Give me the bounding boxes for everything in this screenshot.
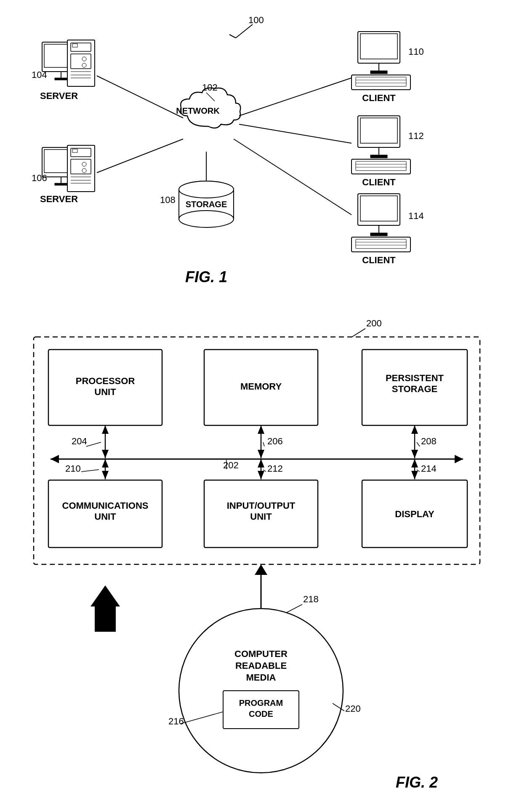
svg-text:216: 216 [168,716,184,727]
svg-text:CODE: CODE [249,709,273,719]
svg-point-31 [82,168,86,173]
svg-text:220: 220 [345,703,361,714]
svg-line-21 [97,76,183,118]
svg-rect-68 [370,233,387,236]
svg-text:UNIT: UNIT [250,511,272,522]
svg-point-40 [179,211,234,227]
svg-text:102: 102 [202,82,218,93]
svg-text:CLIENT: CLIENT [362,255,396,265]
svg-rect-50 [356,77,406,86]
svg-rect-66 [360,196,397,221]
svg-line-76 [239,124,352,143]
svg-text:218: 218 [303,594,319,604]
svg-text:PROCESSOR: PROCESSOR [76,376,135,386]
svg-text:NETWORK: NETWORK [176,106,220,115]
svg-text:208: 208 [421,436,437,446]
svg-text:108: 108 [160,195,176,205]
svg-text:MEMORY: MEMORY [240,381,282,392]
svg-text:FIG. 2: FIG. 2 [396,774,438,791]
svg-rect-48 [370,71,387,74]
svg-line-37 [97,139,183,173]
svg-point-14 [82,57,86,61]
svg-text:UNIT: UNIT [94,387,116,397]
svg-text:104: 104 [32,69,47,80]
svg-rect-60 [356,161,406,171]
svg-text:202: 202 [223,460,239,470]
svg-text:SERVER: SERVER [40,91,78,101]
svg-line-77 [234,139,352,215]
svg-rect-70 [356,239,406,248]
svg-text:114: 114 [408,211,424,221]
svg-text:PROGRAM: PROGRAM [239,698,283,708]
svg-text:READABLE: READABLE [235,660,287,671]
svg-text:COMPUTER: COMPUTER [234,649,288,659]
svg-rect-13 [72,44,77,47]
svg-marker-149 [255,564,267,575]
svg-text:PERSISTENT: PERSISTENT [386,373,444,383]
svg-rect-28 [71,159,91,174]
svg-text:206: 206 [267,436,283,446]
svg-point-30 [82,162,86,166]
svg-text:110: 110 [408,46,424,57]
svg-text:106: 106 [32,173,47,183]
svg-text:INPUT/OUTPUT: INPUT/OUTPUT [227,500,296,511]
svg-text:SERVER: SERVER [40,194,78,204]
svg-rect-29 [72,149,77,152]
svg-text:UNIT: UNIT [94,511,116,522]
svg-rect-9 [55,78,67,80]
svg-rect-58 [370,155,387,158]
svg-rect-25 [55,183,67,185]
svg-text:210: 210 [65,463,81,474]
svg-point-15 [82,63,86,67]
svg-text:COMMUNICATIONS: COMMUNICATIONS [62,500,149,511]
svg-text:DISPLAY: DISPLAY [395,509,434,519]
svg-text:214: 214 [421,463,437,474]
fig2-diagram: 200 202 PROCESSOR UNIT 204 MEMORY 20 [0,303,522,800]
svg-text:CLIENT: CLIENT [362,93,396,103]
svg-text:204: 204 [72,436,87,446]
svg-text:STORAGE: STORAGE [186,200,227,209]
svg-text:CLIENT: CLIENT [362,177,396,187]
svg-rect-134 [95,606,116,632]
svg-rect-56 [360,118,397,143]
svg-line-75 [239,78,352,116]
svg-text:MEDIA: MEDIA [246,672,276,683]
svg-rect-46 [360,34,397,59]
svg-line-2 [229,35,236,38]
svg-rect-12 [71,54,91,69]
svg-line-1 [236,24,253,38]
svg-text:212: 212 [267,463,283,474]
svg-marker-133 [91,585,120,606]
svg-text:112: 112 [408,131,424,141]
svg-point-41 [179,181,234,198]
svg-text:200: 200 [366,318,382,329]
svg-text:FIG. 1: FIG. 1 [185,268,227,286]
svg-text:STORAGE: STORAGE [392,384,437,394]
fig1-diagram: 100 NETWORK 102 SERVER 104 [0,8,522,295]
svg-text:100: 100 [248,15,264,25]
